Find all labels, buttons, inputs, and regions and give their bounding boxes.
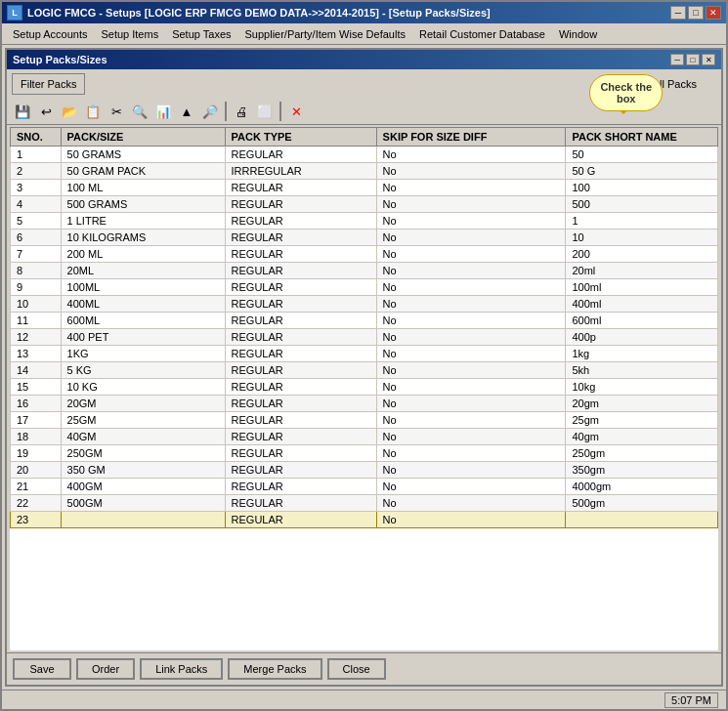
col-short-name: PACK SHORT NAME <box>566 128 718 146</box>
cut-icon-button[interactable]: ✂ <box>106 101 127 122</box>
menu-setup-items[interactable]: Setup Items <box>95 26 164 42</box>
table-cell: 14 <box>11 362 62 379</box>
table-row[interactable]: 7200 MLREGULARNo200 <box>11 246 718 263</box>
close-button[interactable]: ✕ <box>706 6 721 20</box>
table-row[interactable]: 4500 GRAMSREGULARNo500 <box>11 196 718 213</box>
table-cell: No <box>376 462 566 479</box>
table-row[interactable]: 1840GMREGULARNo40gm <box>11 429 718 445</box>
title-bar: L LOGIC FMCG - Setups [LOGIC ERP FMCG DE… <box>2 2 726 23</box>
table-cell: REGULAR <box>225 429 376 445</box>
table-row[interactable]: 250 GRAM PACKIRRREGULARNo50 G <box>11 163 718 180</box>
table-row[interactable]: 9100MLREGULARNo100ml <box>11 279 718 296</box>
inner-window-title: Setup Packs/Sizes <box>13 54 107 65</box>
undo-icon-button[interactable]: ↩ <box>35 101 57 122</box>
table-cell: 100ML <box>61 279 225 296</box>
delete-icon-button[interactable]: ✕ <box>285 101 307 122</box>
menu-setup-taxes[interactable]: Setup Taxes <box>166 26 236 42</box>
print2-icon-button[interactable]: ⬜ <box>254 101 276 122</box>
copy-icon-button[interactable]: 📋 <box>82 101 104 122</box>
link-packs-button[interactable]: Link Packs <box>140 658 223 680</box>
sort-icon-button[interactable]: ▲ <box>176 101 197 122</box>
table-cell: 16 <box>11 396 62 412</box>
table-row[interactable]: 21400GMREGULARNo4000gm <box>11 479 718 495</box>
table-cell <box>61 512 225 528</box>
table-row[interactable]: 51 LITREREGULARNo1 <box>11 213 718 230</box>
table-cell: 17 <box>11 412 62 429</box>
table-cell: 1 <box>566 213 718 230</box>
table-cell: 500 GRAMS <box>61 196 225 213</box>
table-cell: 1kg <box>566 346 718 362</box>
table-row[interactable]: 22500GMREGULARNo500gm <box>11 495 718 512</box>
table-cell: REGULAR <box>225 379 376 396</box>
table-cell: No <box>376 296 566 313</box>
table-cell: No <box>376 196 566 213</box>
save-button[interactable]: Save <box>13 658 71 680</box>
menu-setup-accounts[interactable]: Setup Accounts <box>7 26 93 42</box>
table-cell: 400GM <box>61 479 225 495</box>
close-button[interactable]: Close <box>327 658 386 680</box>
all-packs-label: All Packs <box>653 78 697 90</box>
table-row[interactable]: 610 KILOGRAMSREGULARNo10 <box>11 230 718 246</box>
inner-close-button[interactable]: ✕ <box>702 54 715 65</box>
table-row[interactable]: 150 GRAMSREGULARNo50 <box>11 146 718 163</box>
table-cell: REGULAR <box>225 230 376 246</box>
filter-packs-button[interactable]: Filter Packs <box>12 73 85 95</box>
order-button[interactable]: Order <box>76 658 135 680</box>
table-row[interactable]: 1620GMREGULARNo20gm <box>11 396 718 412</box>
inner-maximize-button[interactable]: □ <box>686 54 700 65</box>
table-cell: No <box>376 412 566 429</box>
table-cell: 40gm <box>566 429 718 445</box>
menu-supplier-defaults[interactable]: Supplier/Party/Item Wise Defaults <box>239 26 411 42</box>
table-cell: 400p <box>566 329 718 346</box>
table-cell: REGULAR <box>225 479 376 495</box>
table-cell: 25gm <box>566 412 718 429</box>
table-row[interactable]: 1510 KGREGULARNo10kg <box>11 379 718 396</box>
table-cell: REGULAR <box>225 146 376 163</box>
packs-table-container[interactable]: SNO. PACK/SIZE PACK TYPE SKIP FOR SIZE D… <box>10 127 718 650</box>
table-row[interactable]: 23REGULARNo <box>11 512 718 528</box>
window-title: LOGIC FMCG - Setups [LOGIC ERP FMCG DEMO… <box>27 7 491 19</box>
table-cell: REGULAR <box>225 263 376 279</box>
table-row[interactable]: 10400MLREGULARNo400ml <box>11 296 718 313</box>
table-row[interactable]: 11600MLREGULARNo600ml <box>11 313 718 329</box>
table-cell: REGULAR <box>225 462 376 479</box>
table-row[interactable]: 3100 MLREGULARNo100 <box>11 180 718 196</box>
menu-retail-customer[interactable]: Retail Customer Database <box>413 26 551 42</box>
table-cell: No <box>376 379 566 396</box>
merge-packs-button[interactable]: Merge Packs <box>228 658 321 680</box>
table-row[interactable]: 145 KGREGULARNo5kh <box>11 362 718 379</box>
table-row[interactable]: 820MLREGULARNo20ml <box>11 263 718 279</box>
table-row[interactable]: 19250GMREGULARNo250gm <box>11 445 718 462</box>
toolbar-separator-1 <box>225 102 227 121</box>
maximize-button[interactable]: □ <box>688 6 704 20</box>
preview-icon-button[interactable]: 🔎 <box>199 101 221 122</box>
save-icon-button[interactable]: 💾 <box>12 101 33 122</box>
table-cell: 15 <box>11 379 62 396</box>
open-icon-button[interactable]: 📂 <box>59 101 80 122</box>
table-row[interactable]: 20350 GMREGULARNo350gm <box>11 462 718 479</box>
table-cell: 3 <box>11 180 62 196</box>
table-cell: 20 <box>11 462 62 479</box>
table-cell: REGULAR <box>225 196 376 213</box>
chart-icon-button[interactable]: 📊 <box>152 101 174 122</box>
menu-window[interactable]: Window <box>553 26 603 42</box>
table-cell: 21 <box>11 479 62 495</box>
table-row[interactable]: 131KGREGULARNo1kg <box>11 346 718 362</box>
table-cell: REGULAR <box>225 362 376 379</box>
table-row[interactable]: 1725GMREGULARNo25gm <box>11 412 718 429</box>
print-icon-button[interactable]: 🖨 <box>231 101 252 122</box>
table-cell: 18 <box>11 429 62 445</box>
find-icon-button[interactable]: 🔍 <box>129 101 150 122</box>
minimize-button[interactable]: ─ <box>670 6 686 20</box>
table-cell: 250gm <box>566 445 718 462</box>
table-cell: No <box>376 246 566 263</box>
main-window: L LOGIC FMCG - Setups [LOGIC ERP FMCG DE… <box>0 0 728 711</box>
table-cell: 23 <box>11 512 62 528</box>
table-cell: REGULAR <box>225 512 376 528</box>
table-cell: 350gm <box>566 462 718 479</box>
inner-minimize-button[interactable]: ─ <box>670 54 684 65</box>
all-packs-checkbox[interactable]: ✓ <box>638 78 650 90</box>
table-cell: 10 KG <box>61 379 225 396</box>
table-row[interactable]: 12400 PETREGULARNo400p <box>11 329 718 346</box>
inner-title-controls: ─ □ ✕ <box>670 54 715 65</box>
